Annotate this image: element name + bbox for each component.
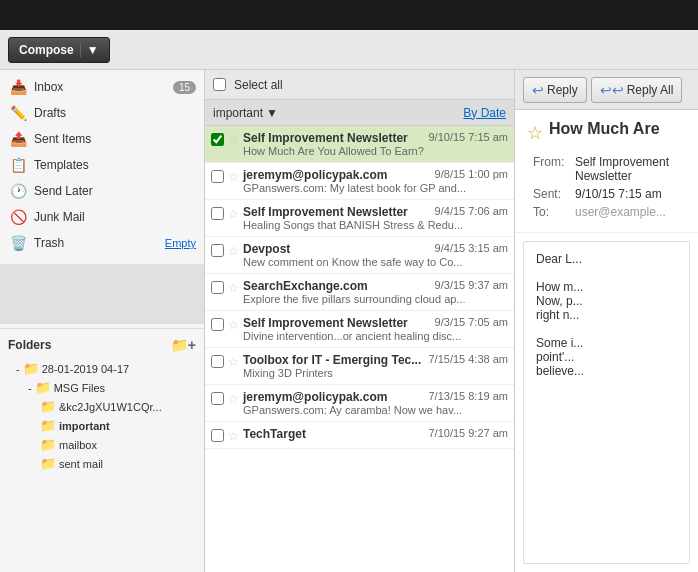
add-folder-icon[interactable]: 📁+ [171, 337, 196, 353]
email-list-toolbar: Select all [205, 70, 514, 100]
email-checkbox[interactable] [211, 207, 224, 220]
sidebar-item-templates[interactable]: 📋 Templates [0, 152, 204, 178]
sort-by-date-link[interactable]: By Date [463, 106, 506, 120]
body-line: Dear L... [536, 252, 677, 266]
email-checkbox[interactable] [211, 281, 224, 294]
email-checkbox[interactable] [211, 355, 224, 368]
email-star-icon[interactable]: ☆ [527, 122, 543, 144]
email-checkbox[interactable] [211, 392, 224, 405]
email-date: 7/15/15 4:38 am [428, 353, 508, 367]
email-view-panel: ↩ Reply ↩↩ Reply All ☆ How Much Are [515, 70, 698, 572]
email-preview: GPanswers.com: My latest book for GP and… [243, 182, 508, 194]
folder-kc2jg[interactable]: 📁 &kc2JgXU1W1CQr... [32, 397, 196, 416]
folder-date-label: 28-01-2019 04-17 [42, 363, 129, 375]
email-list: ☆ Self Improvement Newsletter 9/10/15 7:… [205, 126, 514, 572]
body-line: How m... [536, 280, 677, 294]
email-checkbox[interactable] [211, 170, 224, 183]
email-date: 9/4/15 7:06 am [435, 205, 508, 219]
email-row[interactable]: ☆ jeremym@policypak.com 7/13/15 8:19 am … [205, 385, 514, 422]
sidebar-item-junk[interactable]: 🚫 Junk Mail [0, 204, 204, 230]
email-sender: jeremym@policypak.com 7/13/15 8:19 am [243, 390, 508, 404]
folder-tree: - 📁 28-01-2019 04-17 - 📁 MSG Files 📁 [8, 359, 196, 473]
folder-important[interactable]: 📁 important [32, 416, 196, 435]
email-date: 7/13/15 8:19 am [428, 390, 508, 404]
email-view-toolbar: ↩ Reply ↩↩ Reply All [515, 70, 698, 110]
empty-trash-link[interactable]: Empty [165, 237, 196, 249]
email-row[interactable]: ☆ Self Improvement Newsletter 9/3/15 7:0… [205, 311, 514, 348]
email-sender: jeremym@policypak.com 9/8/15 1:00 pm [243, 168, 508, 182]
sidebar-item-sendlater[interactable]: 🕐 Send Later [0, 178, 204, 204]
star-icon[interactable]: ☆ [228, 133, 239, 147]
sidebar-item-inbox[interactable]: 📥 Inbox 15 [0, 74, 204, 100]
sidebar-item-trash[interactable]: 🗑️ Trash Empty [0, 230, 204, 256]
email-date: 9/3/15 9:37 am [435, 279, 508, 293]
sender-name: SearchExchange.com [243, 279, 368, 293]
templates-icon: 📋 [8, 157, 28, 173]
star-icon[interactable]: ☆ [228, 355, 239, 369]
email-preview: Mixing 3D Printers [243, 367, 508, 379]
sent-value: 9/10/15 7:15 am [571, 186, 684, 202]
folder-sent-mail-label: sent mail [59, 458, 103, 470]
star-icon[interactable]: ☆ [228, 392, 239, 406]
folder-kc2-label: &kc2JgXU1W1CQr... [59, 401, 162, 413]
body-line [536, 266, 677, 280]
sender-name: jeremym@policypak.com [243, 390, 387, 404]
email-body: Dear L... How m... Now, p... right n... … [523, 241, 690, 564]
email-row[interactable]: ☆ Self Improvement Newsletter 9/10/15 7:… [205, 126, 514, 163]
inbox-icon: 📥 [8, 79, 28, 95]
star-icon[interactable]: ☆ [228, 244, 239, 258]
email-content: Self Improvement Newsletter 9/3/15 7:05 … [243, 316, 508, 342]
body-line: right n... [536, 308, 677, 322]
reply-all-label: Reply All [627, 83, 674, 97]
body-line: believe... [536, 364, 677, 378]
email-checkbox[interactable] [211, 429, 224, 442]
sidebar-item-sent[interactable]: 📤 Sent Items [0, 126, 204, 152]
sent-label: Sent: [529, 186, 569, 202]
star-icon[interactable]: ☆ [228, 429, 239, 443]
filter-dropdown-icon[interactable]: ▼ [266, 106, 278, 120]
folder-msg-files[interactable]: - 📁 MSG Files [20, 378, 196, 397]
reply-all-button[interactable]: ↩↩ Reply All [591, 77, 683, 103]
filter-label[interactable]: important ▼ [213, 106, 278, 120]
email-row[interactable]: ☆ TechTarget 7/10/15 9:27 am [205, 422, 514, 449]
email-row[interactable]: ☆ SearchExchange.com 9/3/15 9:37 am Expl… [205, 274, 514, 311]
reply-all-icon: ↩↩ [600, 82, 624, 98]
folder-mailbox-label: mailbox [59, 439, 97, 451]
sent-label: Sent Items [34, 132, 196, 146]
folder-msg-label: MSG Files [54, 382, 105, 394]
star-icon[interactable]: ☆ [228, 170, 239, 184]
folder-icon-important: 📁 [40, 418, 56, 433]
star-icon[interactable]: ☆ [228, 207, 239, 221]
email-checkbox[interactable] [211, 133, 224, 146]
folder-mailbox[interactable]: 📁 mailbox [32, 435, 196, 454]
email-content: Self Improvement Newsletter 9/10/15 7:15… [243, 131, 508, 157]
sender-name: TechTarget [243, 427, 306, 441]
filter-text: important [213, 106, 263, 120]
folder-date[interactable]: - 📁 28-01-2019 04-17 [8, 359, 196, 378]
email-row[interactable]: ☆ jeremym@policypak.com 9/8/15 1:00 pm G… [205, 163, 514, 200]
email-sender: Self Improvement Newsletter 9/4/15 7:06 … [243, 205, 508, 219]
email-checkbox[interactable] [211, 244, 224, 257]
star-icon[interactable]: ☆ [228, 318, 239, 332]
reply-button[interactable]: ↩ Reply [523, 77, 587, 103]
tree-level2: 📁 &kc2JgXU1W1CQr... 📁 important 📁 mailbo… [20, 397, 196, 473]
compose-dropdown-arrow[interactable]: ▼ [80, 43, 99, 57]
email-date: 9/3/15 7:05 am [435, 316, 508, 330]
folders-header: Folders 📁+ [8, 337, 196, 353]
star-icon[interactable]: ☆ [228, 281, 239, 295]
email-row[interactable]: ☆ Self Improvement Newsletter 9/4/15 7:0… [205, 200, 514, 237]
email-row[interactable]: ☆ Toolbox for IT - Emerging Tec... 7/15/… [205, 348, 514, 385]
trash-icon: 🗑️ [8, 235, 28, 251]
email-checkbox[interactable] [211, 318, 224, 331]
email-date: 9/8/15 1:00 pm [435, 168, 508, 182]
select-all-label: Select all [234, 78, 283, 92]
reply-icon: ↩ [532, 82, 544, 98]
sendlater-label: Send Later [34, 184, 196, 198]
select-all-checkbox[interactable] [213, 78, 226, 91]
folder-icon-mailbox: 📁 [40, 437, 56, 452]
email-row[interactable]: ☆ Devpost 9/4/15 3:15 am New comment on … [205, 237, 514, 274]
sender-name: Self Improvement Newsletter [243, 316, 408, 330]
folder-sent-mail[interactable]: 📁 sent mail [32, 454, 196, 473]
compose-button[interactable]: Compose ▼ [8, 37, 110, 63]
sidebar-item-drafts[interactable]: ✏️ Drafts [0, 100, 204, 126]
